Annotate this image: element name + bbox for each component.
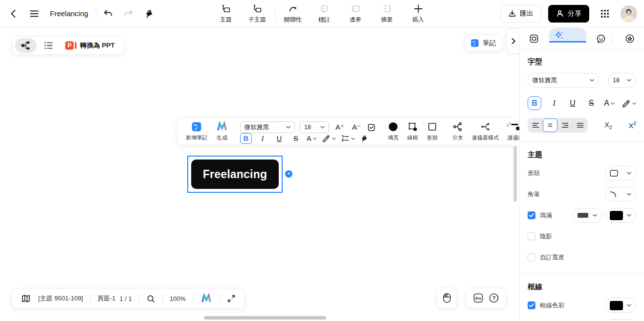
add-note-button[interactable]: 新增筆記 (181, 120, 212, 142)
page-indicator[interactable]: 頁面-1 1 / 1 (97, 294, 132, 303)
tab-style[interactable] (549, 28, 587, 43)
topbar-tools: 主題 子主題 關聯性 標註 邊界 摘要 插入 (212, 0, 432, 27)
bold-button[interactable]: B (240, 133, 252, 144)
tab-stickers[interactable] (587, 28, 616, 49)
zoom-level[interactable]: 100% (170, 295, 186, 302)
menu-button[interactable] (25, 5, 43, 23)
shadow-checkbox[interactable] (528, 232, 535, 240)
font-increase-button[interactable]: A⁺ (334, 122, 346, 133)
panel-collapse-tab[interactable] (507, 28, 519, 54)
fn-shortcuts-button[interactable]: Fn (473, 293, 484, 303)
branch-button[interactable]: 分支 (448, 120, 467, 142)
horizontal-scrollbar[interactable] (204, 316, 326, 320)
border-color-checkbox[interactable] (528, 301, 535, 309)
align-right-button[interactable] (557, 118, 572, 132)
format-painter-icon[interactable] (360, 134, 369, 143)
border-color-select[interactable] (605, 298, 636, 313)
font-decrease-button[interactable]: A⁻ (351, 122, 362, 133)
font-color-button[interactable]: A (307, 133, 317, 144)
highlight-button[interactable] (622, 99, 636, 108)
undo-icon (103, 8, 113, 19)
mindmap-view-toggle[interactable] (15, 38, 37, 53)
shape-select[interactable] (605, 166, 636, 181)
shape-row: 形狀 (528, 166, 636, 181)
subscript-button[interactable]: X2 (604, 120, 612, 130)
font-size-select[interactable]: 18 (608, 73, 636, 88)
notes-button[interactable]: 筆記 (464, 35, 502, 51)
custom-width-checkbox[interactable] (528, 253, 535, 261)
tool-subtopic[interactable]: 子主題 (244, 3, 271, 24)
pointer-mode-button[interactable] (437, 288, 457, 308)
floating-toolbar: 新增筆記 生成 微软雅黑 18 A⁺ A⁻ B (177, 117, 516, 145)
fullscreen-button[interactable] (227, 294, 236, 303)
underline-button[interactable]: U (567, 98, 578, 109)
export-label: 匯出 (520, 9, 533, 18)
share-button[interactable]: 分享 (548, 5, 589, 23)
font-color-button[interactable]: A (604, 98, 615, 109)
corner-preview (610, 191, 617, 198)
canvas[interactable]: P 轉換為 PPT 筆記 新增筆記 生成 微软雅黑 18 (0, 28, 519, 321)
tool-insert[interactable]: 插入 (404, 3, 432, 24)
italic-button[interactable]: I (548, 98, 560, 109)
help-button[interactable]: ? (489, 293, 499, 303)
vertical-scrollbar[interactable] (513, 146, 517, 202)
font-family-select[interactable]: 微软雅黑 (528, 73, 599, 88)
strikethrough-button[interactable]: S (585, 98, 597, 109)
generate-label: 生成 (217, 134, 227, 141)
tab-theme[interactable] (616, 28, 644, 49)
undo-button[interactable] (99, 5, 117, 23)
corner-select[interactable] (605, 187, 636, 202)
convert-ppt-button[interactable]: P 轉換為 PPT (60, 38, 121, 53)
strikethrough-button[interactable]: S (290, 133, 302, 144)
search-button[interactable] (146, 294, 155, 303)
svg-text:Fn: Fn (475, 296, 481, 301)
bold-button[interactable]: B (528, 96, 541, 110)
chevron-down-icon (627, 79, 631, 82)
border-weight-select[interactable] (605, 319, 636, 321)
chevron-down-icon (627, 304, 631, 307)
font-size-select[interactable]: 18 (300, 121, 329, 133)
highlight-button[interactable] (322, 134, 336, 143)
mindmap-root-node[interactable]: Freelancing (191, 160, 279, 189)
underline-button[interactable]: U (273, 133, 285, 144)
tab-canvas[interactable] (520, 28, 549, 49)
sparkle-icon (554, 30, 564, 41)
collapse-icon (506, 136, 511, 141)
font-family-select[interactable]: 微软雅黑 (240, 121, 295, 133)
superscript-button[interactable]: X2 (628, 121, 636, 130)
align-center-button[interactable] (543, 118, 557, 132)
fill-style-select[interactable] (573, 208, 602, 223)
connector-style-button[interactable]: 連接器樣式 (467, 120, 503, 142)
fill-color-select[interactable] (605, 208, 636, 223)
generate-button[interactable]: 生成 (212, 120, 232, 142)
fill-checkbox[interactable] (528, 211, 535, 219)
apps-grid-button[interactable] (596, 5, 614, 23)
tool-label: 摘要 (381, 16, 393, 24)
border-color-row: 框線色彩 (528, 298, 636, 313)
collapse-toolbar-button[interactable] (506, 136, 511, 141)
format-painter-button[interactable] (140, 5, 158, 23)
minimap-button[interactable] (21, 294, 31, 304)
avatar[interactable] (621, 5, 637, 22)
superscript-base: X (628, 121, 633, 130)
align-justify-button[interactable] (573, 118, 587, 132)
add-note-label: 新增筆記 (186, 134, 207, 141)
add-child-node-button[interactable]: + (285, 170, 292, 178)
fill-button[interactable]: 填充 (383, 120, 403, 142)
tool-label: 插入 (412, 16, 424, 24)
border-button[interactable]: 線框 (403, 120, 422, 142)
align-left-button[interactable] (528, 118, 543, 132)
tool-topic[interactable]: 主題 (212, 3, 240, 24)
outline-view-toggle[interactable] (38, 38, 59, 53)
border-label: 線框 (407, 134, 418, 141)
redo-button (120, 5, 137, 23)
theme-section-title: 主題 (528, 150, 636, 160)
shape-button[interactable]: 形狀 (422, 120, 442, 142)
italic-button[interactable]: I (257, 133, 268, 144)
add-note-icon (191, 121, 202, 132)
export-button[interactable]: 匯出 (500, 5, 541, 23)
list-style-button[interactable] (341, 134, 355, 143)
pin-toolbar-button[interactable] (506, 121, 512, 128)
back-button[interactable] (5, 5, 22, 23)
tool-relationship[interactable]: 關聯性 (279, 3, 307, 24)
